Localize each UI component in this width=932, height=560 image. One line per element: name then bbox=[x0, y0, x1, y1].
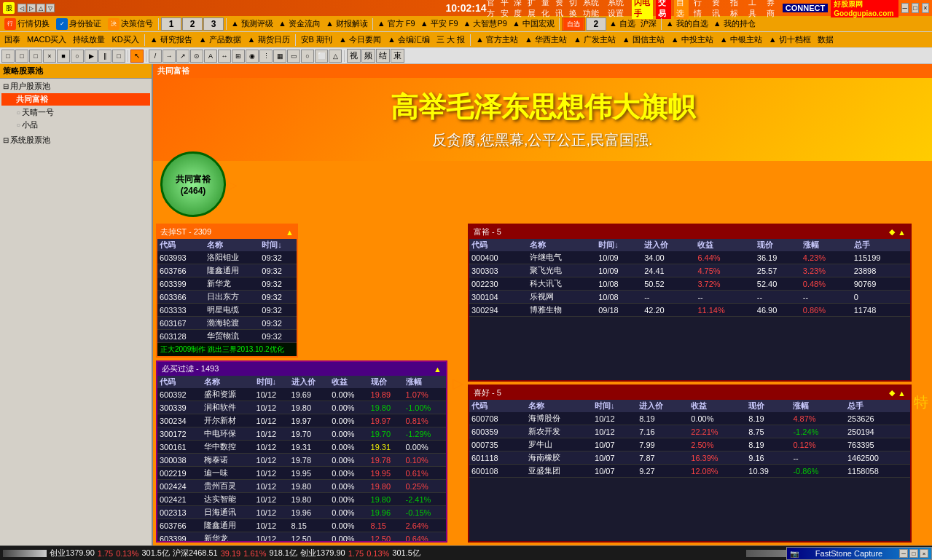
zhibiao-btn[interactable]: 指标 bbox=[728, 0, 743, 19]
filter-row[interactable]: 300234开尔新材10/1219.970.00%19.970.81% bbox=[157, 414, 446, 427]
sidebar-item-tianqing[interactable]: ○ 天晴一号 bbox=[1, 106, 150, 119]
menu-wode[interactable]: ▲ 我的自选 bbox=[664, 17, 710, 30]
menu-identity[interactable]: ✓ 身份验证 bbox=[53, 17, 104, 31]
window-max[interactable]: □ bbox=[912, 3, 919, 13]
tb-icon6[interactable]: ○ bbox=[71, 50, 84, 63]
menu-huibian[interactable]: ▲ 会编汇编 bbox=[385, 33, 433, 46]
connect-btn[interactable]: CONNECT bbox=[783, 4, 828, 12]
menu-huaxi[interactable]: ▲ 华西主站 bbox=[522, 33, 570, 46]
fs-close-btn[interactable]: × bbox=[920, 549, 928, 558]
tb-draw5[interactable]: ↔ bbox=[218, 50, 231, 63]
table-row[interactable]: 600708海博股份10/128.190.00%8.194.87%253626 bbox=[469, 412, 910, 425]
filter-row[interactable]: 600392盛和资源10/1219.690.00%19.891.07% bbox=[157, 388, 446, 401]
menu-chicang[interactable]: ▲ 我的持仓 bbox=[711, 17, 758, 30]
tb-view4[interactable]: 束 bbox=[391, 49, 404, 63]
menu-data[interactable]: 数据 bbox=[815, 33, 837, 46]
tb-icon3[interactable]: □ bbox=[29, 50, 42, 63]
filter-row[interactable]: 002219迪一味10/1219.950.00%19.950.61% bbox=[157, 467, 446, 480]
tb-draw6[interactable]: ⊞ bbox=[232, 50, 245, 63]
tb-icon1[interactable]: □ bbox=[1, 50, 15, 63]
menu-china-macro[interactable]: ▲ 中国宏观 bbox=[510, 17, 557, 30]
tb-icon7[interactable]: ▶ bbox=[85, 50, 98, 63]
menu-caibao[interactable]: ▲ 财报解读 bbox=[324, 17, 370, 30]
sidebar-item-xiaopin[interactable]: ○ 小品 bbox=[1, 119, 150, 131]
filter-row[interactable]: 603766隆鑫通用10/128.150.00%8.152.64% bbox=[157, 519, 446, 532]
menu-macd-buy[interactable]: MACD买入 bbox=[24, 33, 69, 46]
tb-icon4[interactable]: × bbox=[43, 50, 56, 63]
fuyu-up[interactable]: ▲ bbox=[898, 228, 906, 237]
tb-icon5[interactable]: ■ bbox=[57, 50, 70, 63]
kuozhan-link[interactable]: 扩展 bbox=[528, 0, 539, 19]
nav-back[interactable]: ◁ bbox=[17, 4, 26, 12]
st-row[interactable]: 603333明星电缆09:32 bbox=[157, 304, 297, 317]
lianghua-link[interactable]: 量化 bbox=[541, 0, 552, 19]
tb-view1[interactable]: 视 bbox=[347, 49, 361, 63]
menu-hangqing[interactable]: 行 行情切换 bbox=[1, 17, 52, 31]
tb-icon8[interactable]: ‖ bbox=[98, 50, 111, 63]
tb-icon2[interactable]: □ bbox=[15, 50, 28, 63]
table-row[interactable]: 600108亚盛集团10/079.2712.08%10.39-0.86%1158… bbox=[469, 465, 910, 478]
middle-arrow-btn[interactable]: ▷ bbox=[453, 374, 463, 392]
table-row[interactable]: 000400许继电气10/0934.006.44%36.194.23%11519… bbox=[469, 251, 910, 264]
fs-max-btn[interactable]: □ bbox=[909, 549, 918, 558]
window-close[interactable]: × bbox=[922, 3, 929, 13]
zixuan-btn[interactable]: 自选 bbox=[674, 0, 689, 19]
table-row[interactable]: 300104乐视网10/08--------0 bbox=[469, 291, 910, 304]
filter-up-icon[interactable]: ▲ bbox=[434, 365, 442, 374]
tb-draw9[interactable]: ▦ bbox=[273, 50, 286, 63]
jiaoyi-btn[interactable]: 交易 bbox=[656, 0, 671, 19]
menu-kd[interactable]: KD买入 bbox=[109, 33, 141, 46]
filter-row[interactable]: 002424贵州百灵10/1219.800.00%19.800.25% bbox=[157, 480, 446, 493]
menu-sanbao[interactable]: 三 大 报 bbox=[434, 33, 468, 46]
st-up-icon[interactable]: ▲ bbox=[286, 228, 294, 237]
num-btn-1[interactable]: 1 bbox=[161, 17, 181, 31]
tb-text[interactable]: A bbox=[204, 50, 217, 63]
tb-draw3[interactable]: ↗ bbox=[176, 50, 189, 63]
fs-min-btn[interactable]: ─ bbox=[899, 549, 908, 558]
circle-arrow[interactable]: ▷ bbox=[227, 177, 238, 193]
filter-row[interactable]: 002421达实智能10/1219.800.00%19.80-2.41% bbox=[157, 493, 446, 506]
menu-qieshi[interactable]: ▲ 切十档框 bbox=[766, 33, 814, 46]
tb-draw2[interactable]: → bbox=[162, 50, 176, 63]
table-row[interactable]: 300303聚飞光电10/0924.414.75%25.573.23%23898 bbox=[469, 264, 910, 277]
tb-draw12[interactable]: ⬜ bbox=[315, 50, 328, 63]
menu-yuce[interactable]: ▲ 预测评级 bbox=[229, 17, 275, 30]
pingan-link[interactable]: 平安 bbox=[501, 0, 512, 19]
zixun2-btn[interactable]: 资讯 bbox=[710, 0, 725, 19]
tb-draw7[interactable]: ◉ bbox=[246, 50, 259, 63]
tb-draw1[interactable]: / bbox=[149, 50, 162, 63]
official-link[interactable]: 官方 bbox=[487, 0, 498, 19]
menu-guofa[interactable]: ▲ 广发主站 bbox=[571, 33, 619, 46]
tb-draw10[interactable]: ▭ bbox=[287, 50, 300, 63]
tb-icon9[interactable]: □ bbox=[112, 50, 125, 63]
table-row[interactable]: 600359新农开发10/127.1622.21%8.75-1.24%25019… bbox=[469, 425, 910, 438]
menu-product[interactable]: ▲ 产品数据 bbox=[196, 33, 244, 46]
table-row[interactable]: 601118海南橡胶10/077.8716.39%9.16--1462500 bbox=[469, 451, 910, 465]
menu-pingan[interactable]: ▲ 平安 F9 bbox=[418, 17, 461, 30]
menu-zhongtou[interactable]: ▲ 中投主站 bbox=[668, 33, 716, 46]
menu-zijin[interactable]: ▲ 资金流向 bbox=[276, 17, 323, 30]
sidebar-user-pool[interactable]: ⊟ 用户股票池 bbox=[1, 80, 150, 92]
st-row[interactable]: 603167渤海轮渡09:32 bbox=[157, 317, 297, 330]
num-btn-2b[interactable]: 2 bbox=[586, 17, 606, 31]
hangqing-btn[interactable]: 行情 bbox=[692, 0, 707, 19]
shezhi-link[interactable]: 系统设置 bbox=[608, 0, 630, 19]
filter-row[interactable]: 300161华中数控10/1219.310.00%19.310.00% bbox=[157, 441, 446, 454]
nav-up[interactable]: △ bbox=[36, 4, 45, 12]
st-row[interactable]: 603399新华龙09:32 bbox=[157, 277, 297, 291]
menu-official-site[interactable]: ▲ 官方主站 bbox=[473, 33, 521, 46]
menu-f9[interactable]: ▲ 官方 F9 bbox=[375, 17, 418, 30]
st-row[interactable]: 603766隆鑫通用09:32 bbox=[157, 264, 297, 277]
st-row[interactable]: 603993洛阳钼业09:32 bbox=[157, 251, 297, 264]
menu-zixuan2[interactable]: ▲ 自选 bbox=[607, 17, 638, 30]
tb-draw8[interactable]: ⋮ bbox=[259, 50, 273, 63]
zixun-link[interactable]: 资讯 bbox=[555, 0, 566, 19]
menu-dzh[interactable]: ▲ 大智慧P9 bbox=[461, 17, 509, 30]
filter-row[interactable]: 603399新华龙10/1212.500.00%12.500.64% bbox=[157, 532, 446, 543]
tb-view2[interactable]: 频 bbox=[361, 49, 375, 63]
menu-news[interactable]: ▲ 今日要闻 bbox=[336, 33, 384, 46]
filter-row[interactable]: 300172中电环保10/1219.700.00%19.70-1.29% bbox=[157, 427, 446, 441]
filter-row[interactable]: 300038梅泰诺10/1219.780.00%19.780.10% bbox=[157, 454, 446, 467]
xihao-up[interactable]: ▲ bbox=[898, 389, 906, 398]
st-row[interactable]: 603128华贸物流09:32 bbox=[157, 330, 297, 343]
